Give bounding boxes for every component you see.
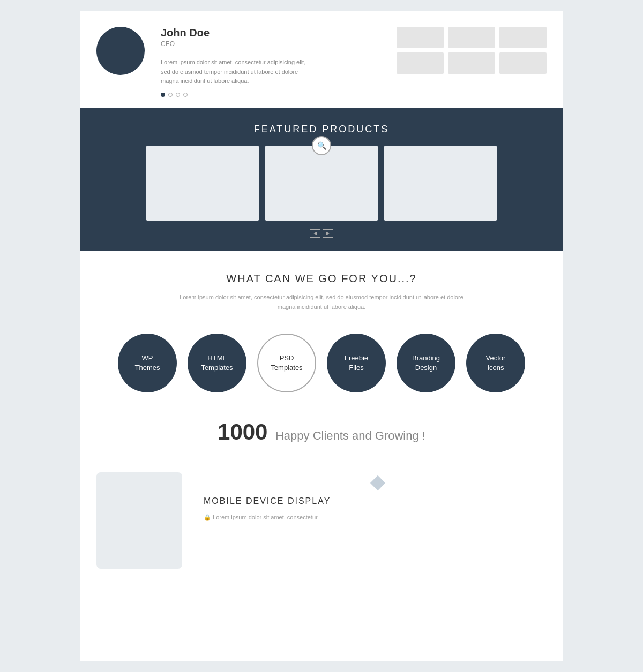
product-card-2[interactable]: 🔍 [265,146,378,221]
counter-text: Happy Clients and Growing ! [275,429,425,442]
what-description: Lorem ipsum dolor sit amet, consectetur … [171,292,472,312]
mobile-desc-text: Lorem ipsum dolor sit amet, consectetur [213,514,318,520]
service-wp-themes[interactable]: WPThemes [118,334,177,392]
diamond-wrapper [204,478,547,488]
carousel-prev-button[interactable]: ◀ [310,229,320,238]
profile-info: John Doe CEO Lorem ipsum dolor sit amet,… [161,27,380,97]
mobile-info: MOBILE DEVICE DISPLAY 🔒 Lorem ipsum dolo… [204,472,547,523]
service-psd-templates[interactable]: PSDTemplates [257,334,316,392]
featured-products-section: FEATURED PRODUCTS 🔍 ◀ ▶ [80,108,563,251]
dot-1[interactable] [161,93,165,97]
product-card-1[interactable] [146,146,259,221]
service-branding-design[interactable]: BrandingDesign [397,334,455,392]
profile-img-5 [448,52,495,74]
service-html-templates[interactable]: HTMLTemplates [188,334,246,392]
mobile-description: 🔒 Lorem ipsum dolor sit amet, consectetu… [204,512,547,523]
product-cards: 🔍 [96,146,547,221]
profile-img-6 [499,52,547,74]
service-freebie-files[interactable]: FreebieFiles [327,334,386,392]
profile-img-4 [397,52,444,74]
profile-name: John Doe [161,27,380,39]
profile-img-2 [448,27,495,48]
phone-mockup [96,472,182,569]
avatar [96,27,145,75]
carousel-controls: ◀ ▶ [96,229,547,238]
lock-icon: 🔒 [204,514,211,520]
what-section: WHAT CAN WE GO FOR YOU...? Lorem ipsum d… [80,251,563,323]
profile-section: John Doe CEO Lorem ipsum dolor sit amet,… [80,11,563,108]
profile-title: CEO [161,40,380,48]
profile-img-1 [397,27,444,48]
main-content: John Doe CEO Lorem ipsum dolor sit amet,… [80,11,563,661]
bottom-section: MOBILE DEVICE DISPLAY 🔒 Lorem ipsum dolo… [80,456,563,585]
profile-images [397,27,547,74]
zoom-icon[interactable]: 🔍 [312,136,331,155]
what-title: WHAT CAN WE GO FOR YOU...? [96,273,547,285]
product-card-3[interactable] [384,146,497,221]
dot-3[interactable] [176,93,180,97]
services-section: WPThemes HTMLTemplates PSDTemplates Free… [80,323,563,409]
diamond-icon [370,475,385,490]
counter-number: 1000 [218,419,267,444]
profile-divider [161,52,268,52]
service-vector-icons[interactable]: VectorIcons [466,334,525,392]
dot-4[interactable] [183,93,188,97]
featured-title: FEATURED PRODUCTS [96,124,547,135]
profile-dots [161,93,380,97]
carousel-next-button[interactable]: ▶ [323,229,333,238]
dot-2[interactable] [168,93,173,97]
mobile-title: MOBILE DEVICE DISPLAY [204,496,547,506]
counter-section: 1000 Happy Clients and Growing ! [80,409,563,456]
profile-bio: Lorem ipsum dolor sit amet, consectetur … [161,58,311,86]
profile-img-3 [499,27,547,48]
